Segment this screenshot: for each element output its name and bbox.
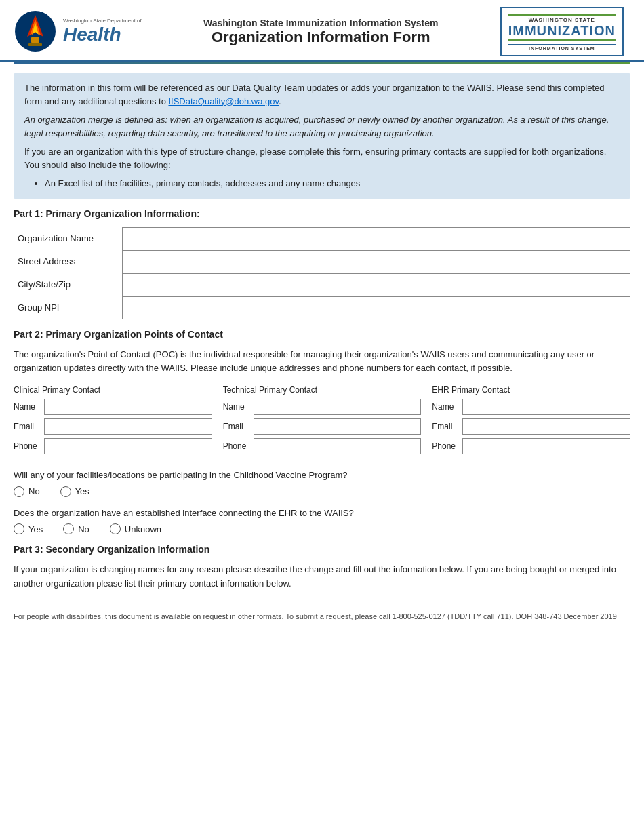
ehr-phone-field: Phone bbox=[432, 438, 630, 454]
technical-phone-input[interactable] bbox=[254, 438, 422, 454]
right-wa-state: WASHINGTON STATE bbox=[529, 17, 595, 23]
technical-name-label: Name bbox=[223, 402, 254, 412]
technical-phone-label: Phone bbox=[223, 441, 254, 451]
info-para-2: An organization merge is defined as: whe… bbox=[24, 113, 620, 140]
email-link[interactable]: IISDataQuality@doh.wa.gov bbox=[168, 96, 279, 106]
q1-question: Will any of your facilities/locations be… bbox=[14, 469, 630, 482]
immunization-logo: WASHINGTON STATE IMMUNIZATION INFORMATIO… bbox=[500, 7, 624, 56]
city-state-zip-input[interactable] bbox=[122, 273, 630, 296]
q2-no-option[interactable]: No bbox=[63, 523, 89, 534]
right-immunization: IMMUNIZATION bbox=[508, 23, 616, 38]
header-divider bbox=[14, 62, 630, 64]
technical-email-input[interactable] bbox=[254, 418, 422, 435]
city-state-zip-label: City/State/Zip bbox=[14, 273, 122, 296]
q1-yes-option[interactable]: Yes bbox=[60, 486, 89, 497]
q2-radio-group: Yes No Unknown bbox=[14, 523, 630, 534]
clinical-name-label: Name bbox=[14, 402, 44, 412]
ehr-email-field: Email bbox=[432, 418, 630, 435]
q1-no-label: No bbox=[28, 486, 40, 496]
ehr-email-input[interactable] bbox=[462, 418, 630, 435]
right-info-system: INFORMATION SYSTEM bbox=[508, 44, 616, 51]
clinical-email-label: Email bbox=[14, 422, 44, 431]
info-para-1: The information in this form will be ref… bbox=[24, 81, 620, 108]
q2-unknown-option[interactable]: Unknown bbox=[110, 523, 161, 534]
clinical-contact-title: Clinical Primary Contact bbox=[14, 385, 212, 395]
part1-title: Part 1: Primary Organization Information… bbox=[14, 208, 630, 219]
logo-health: Health bbox=[63, 24, 142, 45]
part2-description: The organization's Point of Contact (POC… bbox=[14, 348, 630, 376]
svg-text:WA: WA bbox=[19, 48, 25, 52]
q2-unknown-radio[interactable] bbox=[110, 523, 121, 534]
info-box: The information in this form will be ref… bbox=[14, 73, 630, 199]
clinical-email-input[interactable] bbox=[44, 418, 212, 435]
ehr-name-field: Name bbox=[432, 399, 630, 415]
green-accent-line bbox=[508, 14, 616, 16]
table-row: Organization Name bbox=[14, 227, 630, 250]
part3-description: If your organization is changing names f… bbox=[14, 563, 630, 591]
q1-yes-radio[interactable] bbox=[60, 486, 71, 497]
street-address-cell bbox=[122, 250, 630, 273]
q2-no-radio[interactable] bbox=[63, 523, 74, 534]
part1-form-table: Organization Name Street Address City/St… bbox=[14, 227, 630, 319]
q2-unknown-label: Unknown bbox=[125, 524, 161, 534]
table-row: City/State/Zip bbox=[14, 273, 630, 296]
part2-section: Part 2: Primary Organization Points of C… bbox=[14, 329, 630, 535]
svg-rect-4 bbox=[31, 37, 39, 43]
q2-yes-radio[interactable] bbox=[14, 523, 24, 534]
technical-email-field: Email bbox=[223, 418, 422, 435]
technical-name-input[interactable] bbox=[254, 399, 422, 415]
green-accent-line-2 bbox=[508, 39, 616, 41]
group-npi-label: Group NPI bbox=[14, 296, 122, 319]
technical-email-label: Email bbox=[223, 422, 254, 431]
page-header: WA Washington State Department of Health… bbox=[0, 0, 644, 62]
page-footer: For people with disabilities, this docum… bbox=[14, 605, 630, 622]
q1-radio-group: No Yes bbox=[14, 486, 630, 497]
group-npi-cell bbox=[122, 296, 630, 319]
clinical-phone-label: Phone bbox=[14, 441, 44, 451]
part3-section: Part 3: Secondary Organization Informati… bbox=[14, 544, 630, 591]
technical-name-field: Name bbox=[223, 399, 422, 415]
technical-contact-title: Technical Primary Contact bbox=[223, 385, 422, 395]
part1-section: Part 1: Primary Organization Information… bbox=[14, 208, 630, 319]
clinical-name-field: Name bbox=[14, 399, 212, 415]
ehr-name-label: Name bbox=[432, 402, 462, 412]
q1-no-option[interactable]: No bbox=[14, 486, 40, 497]
street-address-label: Street Address bbox=[14, 250, 122, 273]
logo-area: WA Washington State Department of Health bbox=[14, 9, 142, 54]
clinical-email-field: Email bbox=[14, 418, 212, 435]
logo-text-block: Washington State Department of Health bbox=[63, 18, 142, 45]
table-row: Street Address bbox=[14, 250, 630, 273]
q1-yes-label: Yes bbox=[75, 486, 89, 496]
q1-no-radio[interactable] bbox=[14, 486, 24, 497]
bullet-item-1: An Excel list of the facilities, primary… bbox=[45, 177, 620, 191]
header-main-title: Organization Information Form bbox=[155, 28, 487, 46]
contacts-grid: Clinical Primary Contact Name Email Phon… bbox=[14, 385, 630, 458]
q2-yes-label: Yes bbox=[28, 524, 43, 534]
ehr-phone-input[interactable] bbox=[462, 438, 630, 454]
ehr-name-input[interactable] bbox=[462, 399, 630, 415]
org-name-input[interactable] bbox=[122, 227, 630, 250]
ehr-contact-group: EHR Primary Contact Name Email Phone bbox=[432, 385, 630, 458]
street-address-input[interactable] bbox=[122, 250, 630, 273]
footer-text: For people with disabilities, this docum… bbox=[14, 612, 617, 620]
bullet-list: An Excel list of the facilities, primary… bbox=[45, 177, 620, 191]
org-name-cell bbox=[122, 227, 630, 250]
part2-title: Part 2: Primary Organization Points of C… bbox=[14, 329, 630, 340]
clinical-phone-field: Phone bbox=[14, 438, 212, 454]
org-name-label: Organization Name bbox=[14, 227, 122, 250]
wa-doh-logo: WA bbox=[14, 9, 58, 54]
table-row: Group NPI bbox=[14, 296, 630, 319]
clinical-contact-group: Clinical Primary Contact Name Email Phon… bbox=[14, 385, 212, 458]
group-npi-input[interactable] bbox=[122, 296, 630, 319]
technical-phone-field: Phone bbox=[223, 438, 422, 454]
header-subtitle: Washington State Immunization Informatio… bbox=[155, 18, 487, 28]
q2-yes-option[interactable]: Yes bbox=[14, 523, 43, 534]
part3-title: Part 3: Secondary Organization Informati… bbox=[14, 544, 630, 555]
ehr-email-label: Email bbox=[432, 422, 462, 431]
clinical-name-input[interactable] bbox=[44, 399, 212, 415]
technical-contact-group: Technical Primary Contact Name Email Pho… bbox=[223, 385, 422, 458]
svg-rect-5 bbox=[28, 43, 42, 46]
info-para-3: If you are an organization with this typ… bbox=[24, 145, 620, 172]
clinical-phone-input[interactable] bbox=[44, 438, 212, 454]
city-state-zip-cell bbox=[122, 273, 630, 296]
